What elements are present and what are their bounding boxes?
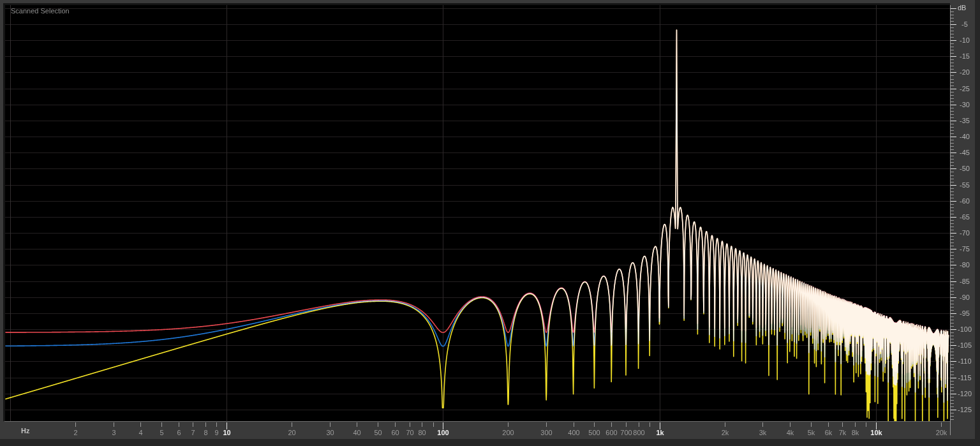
db-tick-label: -50 [960, 165, 970, 172]
frequency-analysis-panel: 2345678910203040506070801002003004005006… [0, 0, 980, 446]
freq-tick-label: 40 [353, 429, 360, 436]
freq-tick-label: 600 [605, 429, 617, 436]
freq-tick-label: 20k [936, 429, 947, 436]
db-tick-label: -100 [958, 325, 972, 333]
freq-tick-label: 9 [214, 429, 218, 436]
freq-tick-label: 70 [406, 429, 413, 436]
freq-tick-label: 10 [223, 429, 230, 436]
freq-tick-label: 2k [722, 429, 729, 436]
spectrum-canvas[interactable]: 2345678910203040506070801002003004005006… [0, 0, 980, 446]
db-tick-label: -120 [958, 390, 972, 398]
freq-tick-label: 5 [160, 429, 163, 436]
freq-tick-label: 7 [191, 429, 195, 436]
freq-tick-label: 500 [588, 429, 600, 436]
freq-tick-label: 30 [326, 429, 334, 436]
freq-tick-label: 6k [825, 429, 833, 436]
freq-tick-label: 20 [288, 429, 295, 436]
db-tick-label: -35 [960, 117, 970, 124]
freq-tick-label: 10k [870, 429, 882, 436]
freq-tick-label: 100 [437, 429, 449, 436]
db-tick-label: -40 [960, 133, 970, 140]
db-tick-label: -60 [960, 197, 970, 205]
freq-tick-label: 8 [204, 429, 207, 436]
freq-tick-label: 3 [112, 429, 115, 436]
freq-tick-label: 80 [418, 429, 426, 436]
db-tick-label: -105 [958, 341, 972, 349]
db-tick-label: -70 [960, 229, 970, 237]
freq-tick-label: 8k [852, 429, 859, 436]
freq-tick-label: 60 [391, 429, 399, 436]
panel-bottom-edge [0, 439, 980, 446]
db-tick-label: -80 [960, 261, 970, 269]
db-tick-label: -65 [960, 213, 970, 221]
db-tick-label: -30 [960, 101, 970, 108]
freq-tick-label: 50 [374, 429, 382, 436]
freq-tick-label: 200 [502, 429, 514, 436]
db-tick-label: -55 [960, 181, 970, 189]
db-tick-label: -75 [960, 245, 970, 253]
freq-tick-label: 5k [808, 429, 815, 436]
freq-tick-label: 7k [839, 429, 847, 436]
freq-tick-label: 400 [568, 429, 579, 436]
db-tick-label: -115 [958, 374, 971, 382]
db-tick-label: -20 [960, 68, 970, 76]
freq-tick-label: 6 [177, 429, 181, 436]
db-tick-label: -125 [958, 406, 972, 413]
freq-tick-label: 800 [633, 429, 644, 436]
panel-right-edge [975, 0, 980, 446]
db-tick-label: -110 [958, 357, 971, 365]
db-tick-label: -45 [960, 149, 970, 156]
db-tick-label: -85 [960, 278, 970, 285]
freq-tick-label: 4 [138, 429, 142, 436]
freq-tick-label: 4k [787, 429, 794, 436]
db-tick-label: -10 [960, 36, 970, 44]
freq-tick-label: 3k [759, 429, 767, 436]
db-tick-label: -15 [960, 52, 970, 60]
freq-tick-label: 700 [620, 429, 632, 436]
db-tick-label: -5 [961, 20, 968, 28]
db-tick-label: -25 [960, 85, 970, 93]
db-tick-label: -90 [960, 294, 970, 301]
freq-tick-label: 300 [540, 429, 552, 436]
freq-tick-label: 1k [656, 429, 664, 436]
db-tick-label: -95 [960, 309, 970, 317]
freq-tick-label: 2 [73, 429, 77, 436]
